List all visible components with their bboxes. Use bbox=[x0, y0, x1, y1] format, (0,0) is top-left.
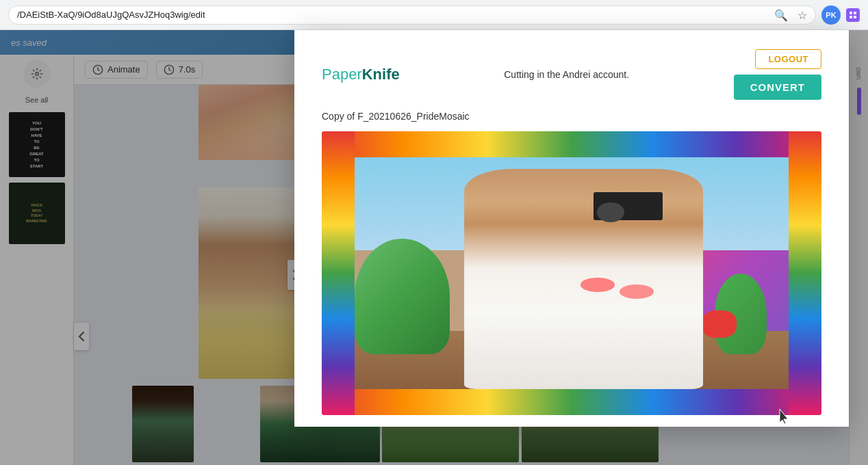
heart-patch-1 bbox=[580, 278, 615, 291]
camera bbox=[593, 192, 663, 220]
svg-rect-0 bbox=[850, 12, 852, 14]
browser-chrome: /DAEiStB-XaQ/9iOd8aUJgQAsvJZHoq3wig/edit… bbox=[0, 0, 868, 30]
person-silhouette bbox=[464, 169, 703, 389]
rainbow-border-left bbox=[322, 131, 355, 415]
modal-header: Paper Knife Cutting in the Andrei accoun… bbox=[322, 49, 821, 100]
red-element bbox=[702, 310, 737, 338]
modal-top-right: LOGOUT CONVERT bbox=[734, 49, 821, 100]
paperknife-logo: Paper Knife bbox=[322, 66, 400, 83]
modal: Paper Knife Cutting in the Andrei accoun… bbox=[294, 30, 849, 427]
heart-patch-2 bbox=[620, 284, 654, 298]
logout-button[interactable]: LOGOUT bbox=[755, 49, 821, 69]
browser-url-bar[interactable]: /DAEiStB-XaQ/9iOd8aUJgQAsvJZHoq3wig/edit… bbox=[8, 5, 816, 25]
svg-rect-2 bbox=[850, 16, 852, 18]
rainbow-border-bottom bbox=[322, 389, 821, 415]
modal-image-container bbox=[322, 131, 821, 415]
rainbow-border-top bbox=[322, 131, 821, 157]
svg-rect-3 bbox=[854, 16, 856, 18]
url-text: /DAEiStB-XaQ/9iOd8aUJgQAsvJZHoq3wig/edit bbox=[17, 10, 205, 20]
extension-icon[interactable] bbox=[846, 8, 860, 22]
convert-button[interactable]: CONVERT bbox=[734, 75, 821, 100]
favorite-icon[interactable]: ☆ bbox=[797, 8, 807, 21]
rainbow-border-right bbox=[789, 131, 821, 415]
modal-account-text: Cutting in the Andrei account. bbox=[411, 69, 723, 80]
avatar[interactable]: PK bbox=[821, 5, 841, 25]
plant-left bbox=[355, 239, 450, 355]
logo-knife: Knife bbox=[362, 66, 400, 83]
photo-inner bbox=[355, 157, 789, 389]
search-icon[interactable]: 🔍 bbox=[774, 8, 788, 21]
svg-rect-1 bbox=[854, 12, 856, 14]
camera-lens bbox=[597, 202, 625, 222]
logo-paper: Paper bbox=[322, 66, 362, 83]
modal-subtitle: Copy of F_20210626_PrideMosaic bbox=[322, 111, 821, 122]
